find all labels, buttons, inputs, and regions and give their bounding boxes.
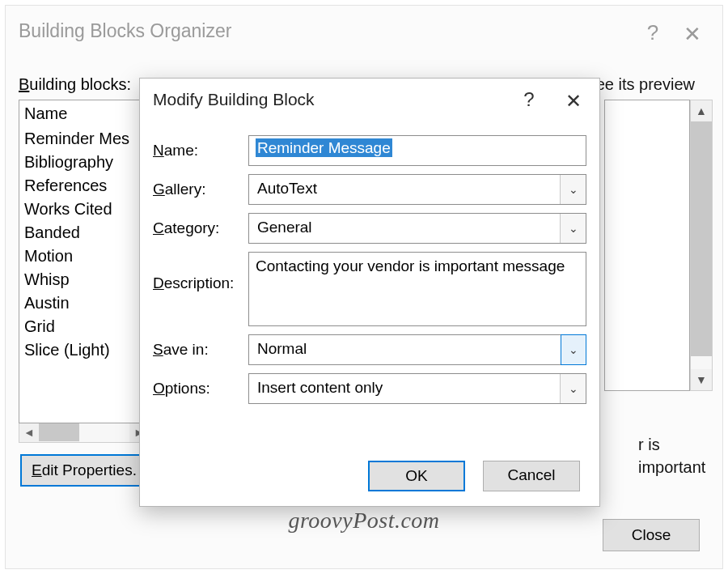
options-label: Options: <box>153 380 248 398</box>
building-blocks-label: Building blocks: <box>19 75 131 94</box>
scroll-track[interactable] <box>79 423 129 442</box>
category-label: Category: <box>153 219 248 237</box>
chevron-down-icon[interactable]: ⌄ <box>560 175 586 204</box>
description-label: Description: <box>153 252 248 292</box>
close-icon[interactable]: ✕ <box>675 17 709 51</box>
list-item[interactable]: Works Cited <box>19 198 149 221</box>
list-item[interactable]: Grid <box>19 315 149 338</box>
edit-properties-button[interactable]: Edit Properties. <box>20 454 148 487</box>
preview-pane <box>604 100 690 391</box>
name-input[interactable]: Reminder Message <box>248 135 586 166</box>
scroll-up-icon[interactable]: ▲ <box>691 100 712 121</box>
scroll-thumb[interactable] <box>691 121 712 356</box>
modify-building-block-dialog: Modify Building Block ? ✕ Name: Reminder… <box>139 78 600 507</box>
scroll-down-icon[interactable]: ▼ <box>691 369 712 390</box>
gallery-select[interactable]: AutoText ⌄ <box>248 174 586 205</box>
building-blocks-listbox[interactable]: Name Reminder Mes Bibliography Reference… <box>19 100 150 423</box>
save-in-label: Save in: <box>153 341 248 359</box>
list-item[interactable]: Bibliography <box>19 151 149 174</box>
description-input[interactable]: Contacting your vendor is important mess… <box>248 252 586 326</box>
options-select[interactable]: Insert content only ⌄ <box>248 373 586 404</box>
list-item[interactable]: References <box>19 174 149 198</box>
chevron-down-icon[interactable]: ⌄ <box>560 374 586 403</box>
help-icon[interactable]: ? <box>515 88 543 116</box>
chevron-down-icon[interactable]: ⌄ <box>560 214 586 243</box>
horizontal-scrollbar[interactable]: ◄ ► <box>19 423 150 443</box>
cancel-button[interactable]: Cancel <box>483 461 580 491</box>
category-select[interactable]: General ⌄ <box>248 213 586 244</box>
list-item[interactable]: Banded <box>19 221 149 244</box>
ok-button[interactable]: OK <box>368 461 465 491</box>
list-item[interactable]: Reminder Mes <box>19 127 149 151</box>
help-icon[interactable]: ? <box>640 20 666 46</box>
close-button[interactable]: Close <box>603 519 700 551</box>
list-item[interactable]: Motion <box>19 244 149 268</box>
list-item[interactable]: Slice (Light) <box>19 338 149 362</box>
scroll-left-icon[interactable]: ◄ <box>19 423 39 441</box>
name-label: Name: <box>153 142 248 159</box>
list-item[interactable]: Whisp <box>19 268 149 291</box>
vertical-scrollbar[interactable]: ▲ ▼ <box>690 100 713 391</box>
gallery-label: Gallery: <box>153 181 248 198</box>
save-in-select[interactable]: Normal ⌄ <box>248 334 586 365</box>
chevron-down-icon[interactable]: ⌄ <box>561 334 586 365</box>
list-item[interactable]: Austin <box>19 291 149 315</box>
dialog-title: Building Blocks Organizer <box>6 6 722 42</box>
close-icon[interactable]: ✕ <box>557 85 590 117</box>
preview-description-fragment: r is important <box>638 433 719 478</box>
list-column-header[interactable]: Name <box>19 100 149 127</box>
scroll-thumb[interactable] <box>39 423 79 441</box>
